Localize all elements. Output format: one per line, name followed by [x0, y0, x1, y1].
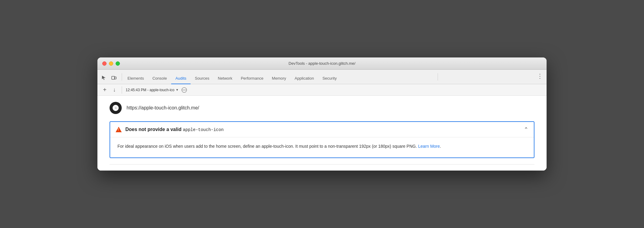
tab-icon-buttons	[100, 74, 118, 84]
close-button[interactable]	[102, 61, 107, 66]
audit-title-code: apple-touch-icon	[183, 127, 223, 132]
audit-description-text: For ideal appearance on iOS when users a…	[117, 144, 417, 149]
tab-sources[interactable]: Sources	[191, 74, 214, 84]
devtools-body: Elements Console Audits Sources Network …	[97, 70, 547, 171]
devtools-window: DevTools - apple-touch-icon.glitch.me/	[97, 57, 547, 171]
secondary-divider	[122, 86, 122, 94]
more-tabs-button[interactable]: ⋮	[536, 73, 544, 81]
dropdown-icon: ▼	[176, 88, 179, 92]
content-area: B https://apple-touch-icon.glitch.me/ Do…	[97, 96, 547, 171]
audit-description: For ideal appearance on iOS when users a…	[117, 143, 527, 150]
audit-body: For ideal appearance on iOS when users a…	[110, 137, 534, 157]
learn-more-link[interactable]: Learn More	[418, 144, 440, 149]
audit-item: Does not provide a valid apple-touch-ico…	[110, 121, 534, 158]
tab-memory[interactable]: Memory	[268, 74, 290, 84]
inspect-element-button[interactable]	[100, 74, 108, 82]
tab-elements[interactable]: Elements	[123, 74, 148, 84]
window-title: DevTools - apple-touch-icon.glitch.me/	[289, 61, 355, 66]
tab-divider	[122, 73, 122, 81]
collapse-icon: ⌃	[524, 126, 528, 133]
tabs-bar: Elements Console Audits Sources Network …	[97, 70, 547, 84]
bottom-divider	[110, 164, 534, 164]
secondary-bar: + ↓ 12:45:43 PM - apple-touch-ico ▼	[97, 84, 547, 96]
add-session-button[interactable]: +	[101, 86, 108, 94]
period: .	[440, 144, 441, 149]
svg-text:B: B	[114, 106, 117, 110]
warning-icon	[116, 127, 122, 132]
audit-title: Does not provide a valid apple-touch-ico…	[125, 127, 520, 132]
window-controls	[102, 61, 120, 66]
minimize-button[interactable]	[109, 61, 113, 66]
tab-network[interactable]: Network	[214, 74, 237, 84]
audit-title-prefix: Does not provide a valid	[125, 127, 183, 132]
tab-audits[interactable]: Audits	[171, 74, 191, 84]
audit-item-header[interactable]: Does not provide a valid apple-touch-ico…	[110, 122, 534, 137]
site-url: https://apple-touch-icon.glitch.me/	[127, 105, 199, 111]
tab-performance[interactable]: Performance	[236, 74, 267, 84]
site-favicon: B	[110, 102, 122, 114]
more-icon: ⋮	[537, 72, 543, 80]
session-label: 12:45:43 PM - apple-touch-ico	[126, 88, 175, 92]
clear-button[interactable]	[181, 87, 187, 93]
tab-console[interactable]: Console	[148, 74, 171, 84]
tab-security[interactable]: Security	[318, 74, 341, 84]
maximize-button[interactable]	[116, 61, 120, 66]
tab-divider-right	[438, 73, 438, 81]
device-toggle-button[interactable]	[110, 74, 118, 82]
titlebar: DevTools - apple-touch-icon.glitch.me/	[97, 57, 547, 70]
download-button[interactable]: ↓	[111, 86, 118, 94]
session-selector[interactable]: 12:45:43 PM - apple-touch-ico ▼	[126, 88, 179, 92]
tab-application[interactable]: Application	[290, 74, 318, 84]
site-header: B https://apple-touch-icon.glitch.me/	[110, 102, 534, 114]
